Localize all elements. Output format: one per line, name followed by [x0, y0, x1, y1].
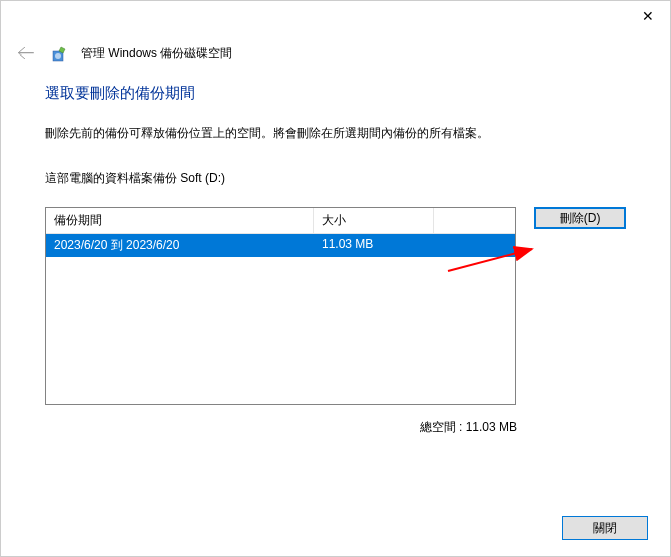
- titlebar: ✕: [1, 1, 670, 31]
- list-row[interactable]: 2023/6/20 到 2023/6/20 11.03 MB: [46, 234, 515, 257]
- column-header-size[interactable]: 大小: [314, 208, 434, 234]
- close-icon: ✕: [642, 8, 654, 24]
- column-header-period[interactable]: 備份期間: [46, 208, 314, 234]
- page-heading: 選取要刪除的備份期間: [45, 84, 626, 103]
- cell-size: 11.03 MB: [314, 234, 434, 257]
- delete-button[interactable]: 刪除(D): [534, 207, 626, 229]
- back-arrow-icon[interactable]: 🡠: [13, 41, 39, 66]
- close-button[interactable]: 關閉: [562, 516, 648, 540]
- total-space-label: 總空間 : 11.03 MB: [45, 419, 517, 436]
- header-title: 管理 Windows 備份磁碟空間: [81, 45, 232, 62]
- description-text: 刪除先前的備份可釋放備份位置上的空間。將會刪除在所選期間內備份的所有檔案。: [45, 125, 626, 142]
- backup-app-icon: [51, 45, 69, 63]
- svg-point-1: [55, 53, 61, 59]
- window-close-button[interactable]: ✕: [625, 1, 670, 31]
- main-row: 備份期間 大小 2023/6/20 到 2023/6/20 11.03 MB 刪…: [45, 207, 626, 405]
- list-header: 備份期間 大小: [46, 208, 515, 234]
- backup-period-list[interactable]: 備份期間 大小 2023/6/20 到 2023/6/20 11.03 MB: [45, 207, 516, 405]
- footer: 關閉: [562, 516, 648, 540]
- backup-location-text: 這部電腦的資料檔案備份 Soft (D:): [45, 170, 626, 187]
- header: 🡠 管理 Windows 備份磁碟空間: [1, 31, 670, 84]
- content-area: 選取要刪除的備份期間 刪除先前的備份可釋放備份位置上的空間。將會刪除在所選期間內…: [1, 84, 670, 436]
- cell-period: 2023/6/20 到 2023/6/20: [46, 234, 314, 257]
- column-header-spacer: [434, 208, 515, 234]
